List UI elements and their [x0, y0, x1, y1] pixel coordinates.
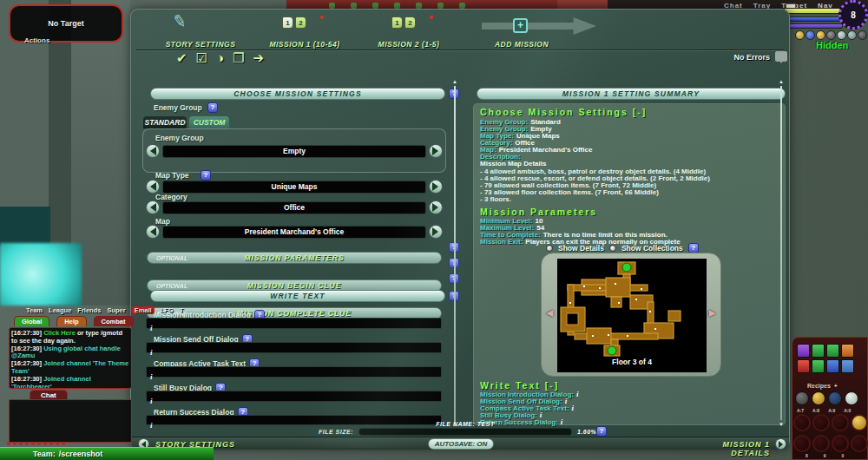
inspiration-tray[interactable] — [797, 344, 854, 373]
tab-mission2[interactable]: MISSION 2 (1-5) — [357, 40, 461, 49]
add-mission-arrow — [482, 17, 596, 35]
write-text-header[interactable]: WRITE TEXT — [150, 290, 445, 302]
channel-tab-help[interactable]: Help — [56, 316, 86, 326]
category-selector: Office — [146, 200, 443, 214]
mission1-book-icons[interactable]: 1 2 — [282, 16, 306, 29]
tab-custom[interactable]: CUSTOM — [188, 115, 230, 128]
file-size-bar — [358, 428, 572, 436]
show-collections-label: Show Collections — [621, 244, 683, 253]
next-arrow-button[interactable] — [429, 200, 443, 214]
prev-floor-icon[interactable]: ◀ — [546, 307, 553, 319]
show-details-label: Show Details — [558, 244, 604, 253]
hide-icon[interactable] — [795, 391, 809, 405]
chat-channel-tabs: Global Help Combat — [14, 316, 134, 326]
enemy-group-label: Enemy Group — [154, 103, 202, 112]
chat-tab-league[interactable]: League — [49, 306, 71, 314]
checkbox-icon[interactable]: ☑ — [196, 50, 207, 65]
next-page-button[interactable] — [775, 438, 786, 450]
chat-channel-label: Team: — [33, 450, 56, 458]
chat-link[interactable]: Click Here — [43, 329, 76, 337]
show-details-radio[interactable] — [546, 245, 553, 252]
selector-value[interactable]: Empty — [162, 145, 426, 158]
next-arrow-button[interactable] — [429, 180, 443, 194]
tray-slot-labels: A:7 A:8 A:9 A:0 — [797, 408, 851, 413]
still-busy-input[interactable]: i — [146, 391, 442, 402]
utility-icons-row[interactable] — [795, 391, 858, 405]
collapse-toggle[interactable]: [-] — [633, 107, 648, 117]
arrow-icon[interactable] — [845, 391, 858, 405]
chat-tab-friends[interactable]: Friends — [77, 306, 101, 314]
power-slot-row[interactable] — [793, 414, 868, 431]
next-arrow-button[interactable] — [429, 225, 443, 239]
power-slot-row[interactable] — [793, 435, 868, 452]
chat-tab-email[interactable]: Email — [132, 306, 155, 314]
pages-icon[interactable]: ❐ — [233, 50, 244, 65]
chat-tab-team[interactable]: Team — [26, 306, 43, 314]
prev-arrow-button[interactable] — [146, 144, 160, 158]
tab-add-mission[interactable]: ADD MISSION — [478, 40, 565, 49]
left-panel-header: CHOOSE MISSION SETTINGS — [150, 88, 445, 100]
help-icon[interactable]: ? — [207, 102, 218, 113]
optional-tag: OPTIONAL — [156, 255, 187, 261]
autosave-button[interactable]: AUTOSAVE: ON — [428, 438, 494, 450]
right-panel-scrollbar[interactable] — [780, 86, 782, 420]
channel-tab-combat[interactable]: Combat — [94, 316, 134, 326]
next-arrow-button[interactable] — [429, 144, 443, 158]
left-panel-scrollbar[interactable] — [454, 86, 456, 426]
selector-value[interactable]: President Marchand's Office — [162, 226, 426, 239]
no-errors-icon[interactable] — [775, 51, 787, 62]
recipes-tab[interactable]: Recipes + — [807, 383, 838, 389]
scroll-up-icon[interactable]: ▲ — [452, 79, 457, 84]
tab-standard[interactable]: STANDARD — [142, 115, 187, 128]
chat-input-box[interactable] — [9, 399, 132, 443]
coin-icon[interactable] — [812, 391, 825, 405]
settings-summary-title: Choose Mission Settings [-] — [480, 107, 647, 117]
chat-message-area[interactable]: [16:27:30] Click Here or type /gmotd to … — [9, 327, 132, 389]
scroll-down-icon[interactable]: ▼ — [779, 422, 784, 427]
chat-message: [16:27:30] Joined channel 'Torchbearer' — [11, 376, 129, 389]
prev-arrow-button[interactable] — [146, 180, 160, 194]
tab-mission1[interactable]: MISSION 1 (10-54) — [244, 40, 365, 49]
compass-task-input[interactable]: i — [146, 366, 442, 378]
selector-value[interactable]: Office — [162, 201, 426, 214]
mission-sendoff-input[interactable]: i — [146, 342, 442, 353]
emote-buttons[interactable] — [7, 442, 65, 445]
collapse-toggle[interactable]: [-] — [545, 380, 560, 391]
plus-icon[interactable] — [828, 391, 842, 405]
alert-dot — [320, 16, 324, 19]
book-icon: 2 — [404, 16, 416, 29]
nav-mission1-details[interactable]: MISSION 1 DETAILS — [683, 440, 770, 457]
add-mission-icon[interactable]: + — [513, 18, 528, 33]
contact-circle-icon[interactable]: ◑ — [216, 50, 224, 65]
chat-tab-lfg[interactable]: LFG — [161, 306, 174, 314]
mission-parameters-bar[interactable]: OPTIONAL MISSION PARAMETERS — [147, 252, 442, 264]
book-icon: 2 — [295, 16, 306, 29]
check-icon[interactable]: ✔ — [176, 50, 187, 65]
buff-icons[interactable] — [795, 30, 867, 40]
selector-value[interactable]: Unique Maps — [162, 181, 426, 194]
pencil-icon[interactable]: ✎ — [171, 10, 188, 32]
actions-expander[interactable]: Actions — [24, 36, 49, 44]
exit-arrow-icon[interactable]: ➔ — [253, 50, 265, 65]
parameters-title: Mission Parameters — [480, 207, 597, 217]
chat-tab-super[interactable]: Super — [107, 306, 125, 314]
prev-arrow-button[interactable] — [146, 225, 160, 239]
chat-entry-bar[interactable]: Team: /screenshot — [0, 447, 214, 460]
chat-message: [16:27:30] Click Here or type /gmotd to … — [11, 330, 129, 345]
mission2-book-icons[interactable]: 1 2 — [391, 16, 416, 29]
mission-introduction-input[interactable]: i — [146, 318, 442, 329]
chat-message: [16:27:30] Joined channel 'The Theme Tea… — [11, 360, 129, 376]
map-details-list: - 4 allowed ambush, boss, patrol or dest… — [480, 168, 710, 203]
help-icon[interactable]: ? — [596, 426, 607, 437]
chat-tab-truncated[interactable]: T — [180, 306, 184, 314]
file-size-label: FILE SIZE: — [305, 429, 353, 435]
channel-tab-global[interactable]: Global — [14, 316, 49, 326]
chat-entry-text: /screenshot — [59, 450, 103, 458]
next-floor-icon[interactable]: ▶ — [709, 307, 716, 319]
chat-message: [16:27:30] Using global chat handle @Zam… — [11, 345, 129, 361]
level-number: 8 — [851, 10, 856, 20]
scroll-up-icon[interactable]: ▲ — [779, 79, 784, 84]
alert-dot — [430, 16, 433, 19]
show-collections-radio[interactable] — [609, 245, 616, 252]
prev-arrow-button[interactable] — [146, 200, 160, 214]
